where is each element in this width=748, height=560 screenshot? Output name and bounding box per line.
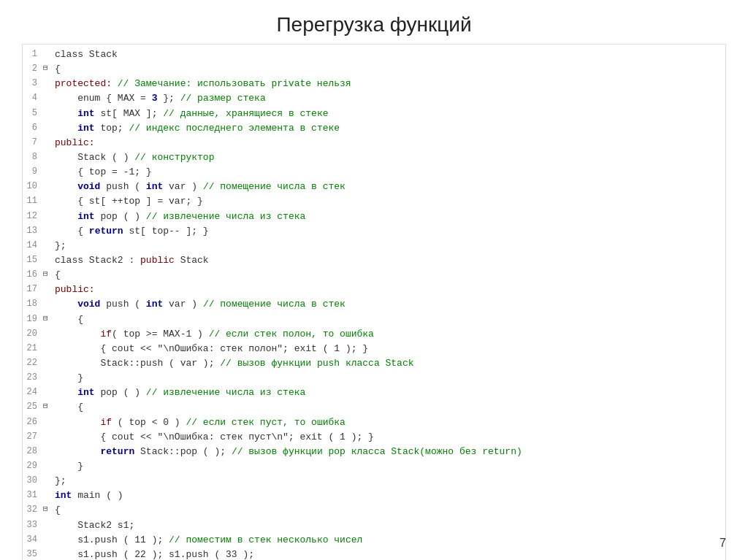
code-content: int top; // индекс последнего элемента в…	[53, 121, 725, 136]
line-number: 24	[23, 386, 43, 399]
code-line: 27 { cout << "\nОшибка: стек пуст\n"; ex…	[23, 430, 725, 445]
code-line: 12 int pop ( ) // извлечение числа из ст…	[23, 210, 725, 224]
line-number: 12	[23, 210, 43, 223]
code-line: 31 int main ( )	[23, 488, 725, 503]
code-line: 10 void push ( int var ) // помещение чи…	[23, 180, 725, 194]
code-content: enum { MAX = 3 }; // размер стека	[53, 91, 725, 106]
code-content: if ( top < 0 ) // если стек пуст, то оши…	[53, 415, 725, 430]
code-content: {	[53, 312, 725, 327]
line-number: 16	[23, 268, 43, 282]
code-content: }	[53, 459, 725, 474]
code-line: 19⊟ {	[23, 312, 725, 327]
code-line: 18 void push ( int var ) // помещение чи…	[23, 297, 725, 312]
line-number: 23	[23, 371, 43, 385]
line-number: 15	[23, 253, 43, 267]
line-number: 8	[23, 150, 43, 164]
line-number: 7	[23, 136, 43, 150]
fold-icon[interactable]: ⊟	[43, 400, 53, 413]
line-number: 1	[23, 47, 43, 61]
code-line: 5 int st[ MAX ]; // данные, хранящиеся в…	[23, 107, 725, 121]
line-number: 33	[23, 518, 43, 532]
line-number: 29	[23, 459, 43, 473]
fold-icon[interactable]: ⊟	[43, 62, 53, 74]
code-line: 7 public:	[23, 136, 725, 150]
code-content: Stack2 s1;	[53, 518, 725, 533]
code-content: Stack ( ) // конструктор	[53, 150, 725, 165]
code-content: {	[53, 503, 725, 518]
code-line: 22 Stack::push ( var ); // вызов функции…	[23, 356, 725, 371]
line-number: 22	[23, 356, 43, 370]
code-line: 17 public:	[23, 283, 725, 297]
code-line: 11 { st[ ++top ] = var; }	[23, 194, 725, 209]
code-line: 21 { cout << "\nОшибка: стек полон"; exi…	[23, 342, 725, 356]
code-line: 32⊟{	[23, 503, 725, 518]
line-number: 34	[23, 533, 43, 547]
line-number: 35	[23, 548, 43, 560]
line-number: 4	[23, 91, 43, 105]
code-line: 25⊟ {	[23, 400, 725, 415]
line-number: 6	[23, 121, 43, 135]
line-number: 14	[23, 239, 43, 253]
line-number: 19	[23, 312, 43, 326]
code-content: protected: // Замечание: использовать pr…	[53, 77, 725, 91]
code-content: public:	[53, 136, 725, 150]
code-content: int main ( )	[53, 488, 725, 503]
code-line: 2⊟{	[23, 62, 725, 77]
code-line: 35 s1.push ( 22 ); s1.push ( 33 );	[23, 548, 725, 560]
code-content: { top = -1; }	[53, 165, 725, 180]
line-number: 32	[23, 503, 43, 517]
fold-icon[interactable]: ⊟	[43, 312, 53, 325]
code-line: 8 Stack ( ) // конструктор	[23, 150, 725, 165]
code-content: int st[ MAX ]; // данные, хранящиеся в с…	[53, 107, 725, 121]
line-number: 11	[23, 194, 43, 208]
line-number: 25	[23, 400, 43, 414]
code-line: 14 };	[23, 239, 725, 253]
line-number: 28	[23, 445, 43, 459]
code-content: { st[ ++top ] = var; }	[53, 194, 725, 209]
code-content: { return st[ top-- ]; }	[53, 224, 725, 239]
code-line: 20 if( top >= MAX-1 ) // если стек полон…	[23, 327, 725, 342]
code-content: { cout << "\nОшибка: стек полон"; exit (…	[53, 342, 725, 356]
code-content: int pop ( ) // извлечение числа из стека	[53, 386, 725, 400]
line-number: 31	[23, 488, 43, 502]
line-number: 3	[23, 77, 43, 91]
code-block: 1 class Stack2⊟{3 protected: // Замечани…	[22, 44, 726, 560]
code-line: 16⊟{	[23, 268, 725, 283]
code-line: 24 int pop ( ) // извлечение числа из ст…	[23, 386, 725, 400]
code-content: {	[53, 268, 725, 283]
line-number: 20	[23, 327, 43, 341]
line-number: 27	[23, 430, 43, 444]
code-line: 34 s1.push ( 11 ); // поместим в стек не…	[23, 533, 725, 548]
line-number: 17	[23, 283, 43, 296]
fold-icon[interactable]: ⊟	[43, 503, 53, 515]
line-number: 18	[23, 297, 43, 311]
code-line: 33 Stack2 s1;	[23, 518, 725, 533]
code-content: }	[53, 371, 725, 386]
code-line: 4 enum { MAX = 3 }; // размер стека	[23, 91, 725, 106]
code-content: if( top >= MAX-1 ) // если стек полон, т…	[53, 327, 725, 342]
line-number: 30	[23, 474, 43, 488]
line-number: 21	[23, 342, 43, 356]
line-number: 10	[23, 180, 43, 193]
code-content: public:	[53, 283, 725, 297]
code-line: 1 class Stack	[23, 47, 725, 62]
code-content: class Stack2 : public Stack	[53, 253, 725, 268]
page-title: Перегрузка функций	[0, 0, 748, 44]
code-content: return Stack::pop ( ); // вызов функции …	[53, 445, 725, 459]
code-line: 23 }	[23, 371, 725, 386]
code-line: 15 class Stack2 : public Stack	[23, 253, 725, 268]
fold-icon[interactable]: ⊟	[43, 268, 53, 280]
code-content: {	[53, 400, 725, 415]
code-line: 3 protected: // Замечание: использовать …	[23, 77, 725, 91]
line-number: 26	[23, 415, 43, 429]
code-line: 26 if ( top < 0 ) // если стек пуст, то …	[23, 415, 725, 430]
code-content: Stack::push ( var ); // вызов функции pu…	[53, 356, 725, 371]
code-content: void push ( int var ) // помещение числа…	[53, 297, 725, 312]
code-content: { cout << "\nОшибка: стек пуст\n"; exit …	[53, 430, 725, 445]
code-line: 28 return Stack::pop ( ); // вызов функц…	[23, 445, 725, 459]
code-content: class Stack	[53, 47, 725, 62]
code-content: {	[53, 62, 725, 77]
code-line: 13 { return st[ top-- ]; }	[23, 224, 725, 239]
code-line: 30 };	[23, 474, 725, 488]
code-line: 29 }	[23, 459, 725, 474]
